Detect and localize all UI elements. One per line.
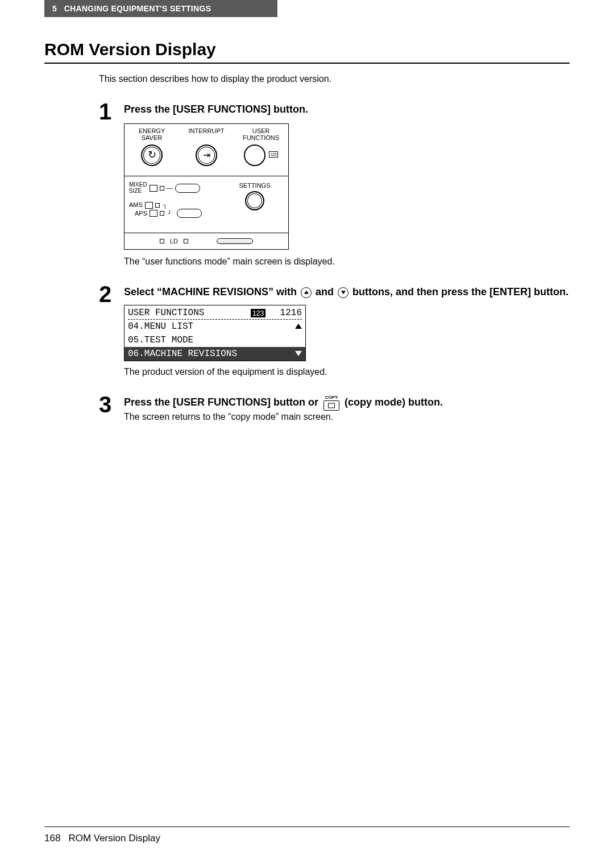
settings-label: SETTINGS [239, 182, 270, 189]
step-3-heading-a: Press the [USER FUNCTIONS] button or [124, 397, 321, 408]
step-3: 3 Press the [USER FUNCTIONS] button or C… [99, 393, 570, 435]
energy-saver-button-icon [141, 144, 163, 166]
page-title: ROM Version Display [44, 40, 570, 59]
settings-button-icon [245, 191, 264, 210]
oval-button-icon [175, 184, 200, 193]
energy-saver-label: ENERGY SAVER [139, 127, 165, 142]
step-2-note: The product version of the equipment is … [124, 367, 570, 377]
ams-icon [145, 202, 153, 209]
lcd-count: 1216 [265, 308, 302, 318]
lcd-title: USER FUNCTIONS [128, 308, 251, 318]
interrupt-cell: INTERRUPT [179, 124, 234, 176]
aps-label: APS [135, 208, 147, 219]
aps-icon [150, 210, 157, 217]
slot-icon [217, 238, 253, 244]
energy-saver-cell: ENERGY SAVER [125, 124, 179, 176]
chapter-header: 5 CHANGING EQUIPMENT'S SETTINGS [44, 0, 277, 17]
step-number: 3 [99, 393, 121, 435]
interrupt-label: INTERRUPT [189, 127, 225, 142]
step-2: 2 Select “MACHINE REVISIONS” with and bu… [99, 283, 570, 390]
user-functions-badge: 123 [269, 151, 278, 158]
step-1-heading: Press the [USER FUNCTIONS] button. [124, 102, 570, 117]
lcd-badge: 123 [251, 309, 265, 317]
user-functions-label: USER FUNCTIONS [243, 127, 279, 142]
lcd-row-text: 05.TEST MODE [128, 335, 292, 345]
page-footer: 168 ROM Version Display [44, 826, 570, 844]
lcd-row-text: 06.MACHINE REVISIONS [128, 349, 292, 359]
lcd-screenshot: USER FUNCTIONS 123 1216 04.MENU LIST 05.… [124, 305, 306, 361]
step-1: 1 Press the [USER FUNCTIONS] button. ENE… [99, 100, 570, 279]
chapter-number: 5 [52, 4, 57, 13]
interrupt-button-icon [196, 144, 217, 166]
control-panel-figure: ENERGY SAVER INTERRUPT USER FUNCTIONS 12… [124, 123, 289, 250]
mixed-size-label: MIXED SIZE [129, 182, 147, 194]
indicator-square-icon [155, 203, 160, 208]
copy-mode-button-icon: COPY [323, 395, 339, 411]
step-2-heading-a: Select “MACHINE REVISIONS” with [124, 286, 300, 297]
triangle-down-icon [295, 351, 302, 356]
user-functions-cell: USER FUNCTIONS 123 [234, 124, 288, 176]
step-3-heading: Press the [USER FUNCTIONS] button or COP… [124, 395, 570, 411]
triangle-up-icon [295, 324, 302, 329]
lcd-row: 05.TEST MODE [125, 333, 305, 347]
copy-box-icon [323, 400, 339, 411]
page-number: 168 [44, 833, 60, 844]
title-rule [44, 63, 570, 64]
intro-text: This section describes how to display th… [99, 74, 570, 84]
step-number: 1 [99, 100, 121, 279]
step-1-note: The “user functions mode” main screen is… [124, 257, 570, 267]
chapter-title: CHANGING EQUIPMENT'S SETTINGS [64, 4, 211, 13]
step-number: 2 [99, 283, 121, 390]
step-3-heading-b: (copy mode) button. [345, 397, 443, 408]
step-2-heading: Select “MACHINE REVISIONS” with and butt… [124, 285, 570, 299]
indicator-square-icon [160, 186, 164, 191]
lcd-row: 04.MENU LIST [125, 320, 305, 333]
indicator-square-icon [160, 211, 164, 216]
indicator-square-icon [160, 239, 164, 243]
user-functions-button-icon [244, 144, 265, 166]
lcd-row-selected: 06.MACHINE REVISIONS [125, 347, 305, 361]
step-3-note: The screen returns to the “copy mode” ma… [124, 412, 570, 422]
oval-button-icon [177, 209, 202, 218]
lcd-row-text: 04.MENU LIST [128, 321, 292, 332]
ld-label: LD [170, 238, 178, 245]
down-arrow-icon [338, 287, 349, 298]
up-arrow-icon [301, 287, 312, 298]
step-2-heading-b: and [316, 286, 337, 297]
mixed-size-icon [150, 185, 157, 192]
footer-title: ROM Version Display [68, 833, 160, 844]
indicator-square-icon [184, 239, 188, 243]
step-2-heading-c: buttons, and then press the [ENTER] butt… [352, 286, 569, 297]
copy-label: COPY [323, 395, 339, 400]
